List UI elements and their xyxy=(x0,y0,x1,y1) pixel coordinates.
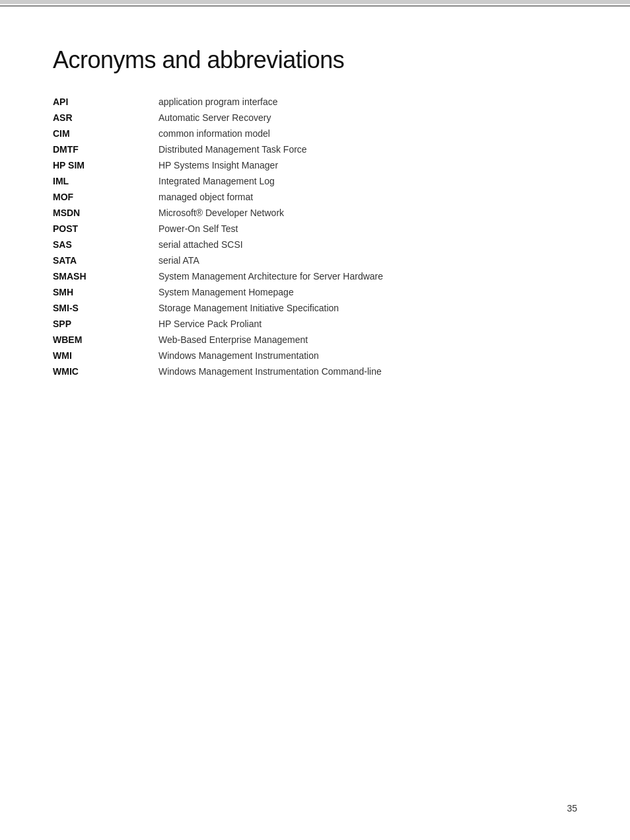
table-row: IMLIntegrated Management Log xyxy=(53,173,577,189)
table-row: WMIWindows Management Instrumentation xyxy=(53,348,577,363)
acronym-abbr: SMASH xyxy=(53,268,158,284)
table-row: APIapplication program interface xyxy=(53,94,577,110)
acronym-definition: Power-On Self Test xyxy=(158,221,577,237)
acronym-definition: System Management Homepage xyxy=(158,284,577,300)
table-row: SMI-SStorage Management Initiative Speci… xyxy=(53,300,577,316)
table-row: SMHSystem Management Homepage xyxy=(53,284,577,300)
acronym-abbr: SPP xyxy=(53,316,158,332)
acronym-definition: application program interface xyxy=(158,94,577,110)
table-row: MOFmanaged object format xyxy=(53,189,577,205)
acronym-definition: common information model xyxy=(158,126,577,141)
page-content: Acronyms and abbreviations APIapplicatio… xyxy=(0,7,630,419)
acronym-abbr: POST xyxy=(53,221,158,237)
table-row: WBEMWeb-Based Enterprise Management xyxy=(53,332,577,348)
acronym-definition: Windows Management Instrumentation Comma… xyxy=(158,363,577,379)
acronym-definition: Automatic Server Recovery xyxy=(158,110,577,126)
acronym-definition: Storage Management Initiative Specificat… xyxy=(158,300,577,316)
acronym-table: APIapplication program interfaceASRAutom… xyxy=(53,94,577,379)
acronym-abbr: SATA xyxy=(53,252,158,268)
acronym-abbr: SMI-S xyxy=(53,300,158,316)
table-row: POSTPower-On Self Test xyxy=(53,221,577,237)
acronym-abbr: DMTF xyxy=(53,141,158,157)
acronym-abbr: WBEM xyxy=(53,332,158,348)
top-border xyxy=(0,0,630,4)
page-number: 35 xyxy=(567,803,577,814)
table-row: SATAserial ATA xyxy=(53,252,577,268)
acronym-abbr: HP SIM xyxy=(53,157,158,173)
page-title: Acronyms and abbreviations xyxy=(53,46,577,74)
table-row: CIMcommon information model xyxy=(53,126,577,141)
acronym-definition: Web-Based Enterprise Management xyxy=(158,332,577,348)
table-row: SPPHP Service Pack Proliant xyxy=(53,316,577,332)
acronym-definition: managed object format xyxy=(158,189,577,205)
table-row: DMTFDistributed Management Task Force xyxy=(53,141,577,157)
top-border-thin xyxy=(0,5,630,7)
table-row: WMICWindows Management Instrumentation C… xyxy=(53,363,577,379)
acronym-definition: Distributed Management Task Force xyxy=(158,141,577,157)
acronym-definition: HP Systems Insight Manager xyxy=(158,157,577,173)
acronym-definition: serial ATA xyxy=(158,252,577,268)
acronym-abbr: ASR xyxy=(53,110,158,126)
table-row: HP SIMHP Systems Insight Manager xyxy=(53,157,577,173)
table-row: SASserial attached SCSI xyxy=(53,237,577,252)
acronym-abbr: WMIC xyxy=(53,363,158,379)
acronym-definition: serial attached SCSI xyxy=(158,237,577,252)
acronym-abbr: SMH xyxy=(53,284,158,300)
acronym-definition: HP Service Pack Proliant xyxy=(158,316,577,332)
acronym-definition: Microsoft® Developer Network xyxy=(158,205,577,221)
acronym-abbr: CIM xyxy=(53,126,158,141)
acronym-abbr: MOF xyxy=(53,189,158,205)
acronym-abbr: WMI xyxy=(53,348,158,363)
table-row: SMASHSystem Management Architecture for … xyxy=(53,268,577,284)
acronym-definition: Integrated Management Log xyxy=(158,173,577,189)
acronym-abbr: API xyxy=(53,94,158,110)
table-row: ASRAutomatic Server Recovery xyxy=(53,110,577,126)
acronym-definition: Windows Management Instrumentation xyxy=(158,348,577,363)
acronym-abbr: MSDN xyxy=(53,205,158,221)
table-row: MSDNMicrosoft® Developer Network xyxy=(53,205,577,221)
acronym-definition: System Management Architecture for Serve… xyxy=(158,268,577,284)
acronym-abbr: IML xyxy=(53,173,158,189)
acronym-abbr: SAS xyxy=(53,237,158,252)
